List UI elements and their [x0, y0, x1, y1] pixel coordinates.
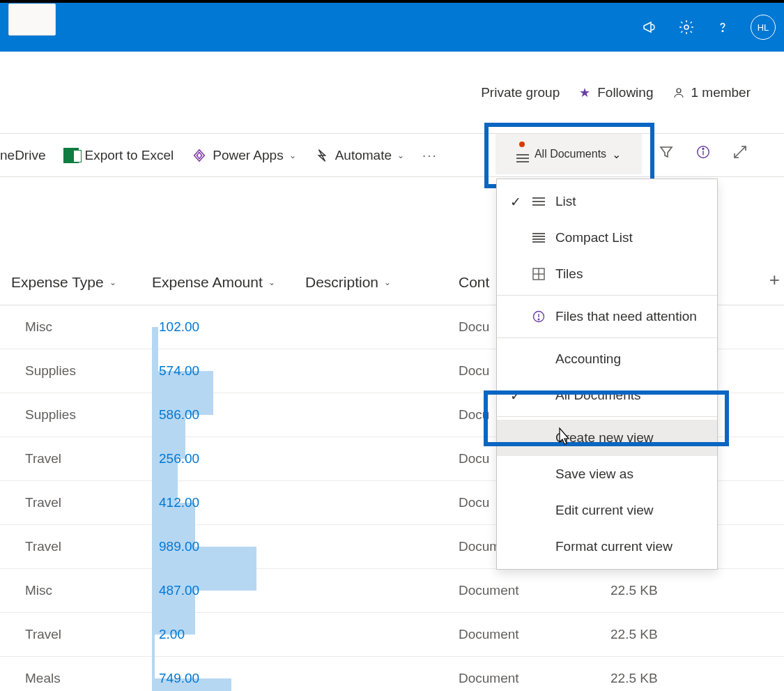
menu-label: Save view as: [555, 466, 633, 482]
view-menu: ✓ List Compact List Tiles Files that nee…: [496, 179, 718, 570]
view-menu-format-current-view[interactable]: Format current view: [497, 529, 717, 565]
star-icon: ★: [579, 85, 590, 100]
cell-expense-type: Supplies: [0, 407, 152, 423]
person-icon: [672, 86, 685, 99]
amount-value: 749.00: [159, 671, 199, 686]
expand-icon[interactable]: [732, 144, 748, 160]
ellipsis-icon[interactable]: ···: [422, 148, 438, 163]
filter-icon[interactable]: [658, 144, 675, 160]
amount-value: 586.00: [159, 407, 199, 423]
cell-expense-type: Travel: [0, 451, 152, 466]
export-excel-button[interactable]: Export to Excel: [63, 148, 174, 163]
table-row[interactable]: Meals749.00Document22.5 KB: [0, 657, 784, 691]
avatar-initials: HL: [758, 22, 769, 33]
view-menu-compact-list[interactable]: Compact List: [497, 220, 717, 256]
check-icon: ✓: [509, 388, 522, 404]
compact-list-icon: [532, 233, 546, 243]
cell-content-type: Document: [459, 627, 610, 642]
column-expense-type[interactable]: Expense Type ⌄: [0, 274, 152, 291]
column-label: Expense Type: [11, 274, 104, 291]
automate-label: Automate: [335, 148, 392, 163]
menu-label: Edit current view: [555, 503, 653, 518]
amount-value: 102.00: [159, 319, 199, 335]
view-menu-save-view-as[interactable]: Save view as: [497, 456, 717, 492]
sync-onedrive-button[interactable]: neDrive: [0, 148, 45, 163]
app-launcher[interactable]: [8, 3, 56, 36]
list-icon: [516, 154, 529, 162]
table-row[interactable]: Travel2.00Document22.5 KB: [0, 613, 784, 657]
tiles-icon: [532, 268, 546, 280]
svg-point-2: [677, 89, 681, 93]
view-menu-accounting[interactable]: Accounting: [497, 341, 717, 377]
power-apps-button[interactable]: Power Apps ⌄: [192, 148, 295, 163]
powerapps-icon: [192, 148, 207, 163]
chevron-down-icon: ⌄: [109, 278, 116, 287]
cell-expense-type: Travel: [0, 539, 152, 554]
column-description[interactable]: Description ⌄: [305, 274, 459, 291]
svg-point-5: [702, 149, 704, 150]
cell-expense-type: Supplies: [0, 363, 152, 379]
menu-separator: [497, 416, 717, 417]
menu-separator: [497, 295, 717, 296]
amount-value: 989.00: [159, 539, 199, 554]
amount-value: 256.00: [159, 451, 199, 466]
suite-actions: HL: [642, 15, 776, 40]
table-row[interactable]: Misc487.00Document22.5 KB: [0, 569, 784, 613]
menu-label: Create new view: [555, 430, 653, 446]
amount-value: 2.00: [159, 627, 185, 642]
add-column-button[interactable]: +: [769, 269, 780, 291]
cell-size: 22.5 KB: [610, 627, 729, 642]
onedrive-label: neDrive: [0, 148, 45, 163]
column-expense-amount[interactable]: Expense Amount ⌄: [152, 274, 305, 291]
list-icon: [532, 197, 546, 206]
megaphone-icon[interactable]: [642, 19, 659, 36]
menu-label: All Documents: [555, 388, 641, 403]
user-avatar[interactable]: HL: [751, 15, 776, 40]
amount-bar: [152, 327, 158, 371]
members-group[interactable]: 1 member: [672, 85, 751, 100]
view-menu-files-attention[interactable]: Files that need attention: [497, 298, 717, 335]
cell-expense-type: Misc: [0, 319, 152, 335]
menu-label: Accounting: [555, 351, 621, 367]
chevron-down-icon: ⌄: [384, 278, 391, 287]
cell-expense-type: Misc: [0, 583, 152, 598]
view-menu-all-documents[interactable]: ✓ All Documents: [497, 377, 717, 413]
power-apps-label: Power Apps: [213, 148, 283, 163]
view-menu-create-new-view[interactable]: Create new view: [497, 420, 717, 456]
chevron-down-icon: ⌄: [268, 278, 275, 287]
cell-content-type: Document: [459, 671, 610, 686]
chevron-down-icon: ⌄: [289, 151, 296, 160]
view-selector-label: All Documents: [535, 148, 606, 160]
column-label: Description: [305, 274, 378, 291]
view-menu-tiles[interactable]: Tiles: [497, 256, 717, 292]
svg-point-0: [684, 25, 689, 29]
menu-label: Tiles: [555, 266, 583, 282]
site-header: Private group ★ Following 1 member: [0, 52, 784, 134]
view-menu-list[interactable]: ✓ List: [497, 183, 717, 220]
following-label[interactable]: Following: [597, 85, 653, 100]
help-icon[interactable]: [714, 19, 731, 36]
svg-point-1: [722, 31, 723, 31]
menu-separator: [497, 337, 717, 338]
export-excel-label: Export to Excel: [84, 148, 174, 163]
check-icon: ✓: [509, 194, 522, 210]
gear-icon[interactable]: [678, 19, 695, 36]
menu-label: Files that need attention: [555, 309, 697, 324]
automate-icon: [314, 148, 330, 163]
chevron-down-icon: ⌄: [397, 151, 404, 160]
cell-size: 22.5 KB: [610, 583, 729, 598]
menu-label: List: [555, 194, 576, 209]
attention-icon: [532, 310, 546, 323]
info-icon[interactable]: [695, 144, 711, 160]
amount-value: 574.00: [159, 363, 199, 379]
excel-icon: [63, 148, 79, 163]
cell-content-type: Document: [459, 583, 610, 598]
automate-button[interactable]: Automate ⌄: [314, 148, 404, 163]
view-menu-edit-current-view[interactable]: Edit current view: [497, 492, 717, 529]
column-label: Expense Amount: [152, 274, 263, 291]
menu-label: Compact List: [555, 230, 633, 245]
chevron-down-icon: ⌄: [612, 148, 621, 161]
view-selector[interactable]: All Documents ⌄: [495, 134, 642, 174]
privacy-label: Private group: [481, 85, 560, 100]
cell-expense-type: Travel: [0, 495, 152, 510]
